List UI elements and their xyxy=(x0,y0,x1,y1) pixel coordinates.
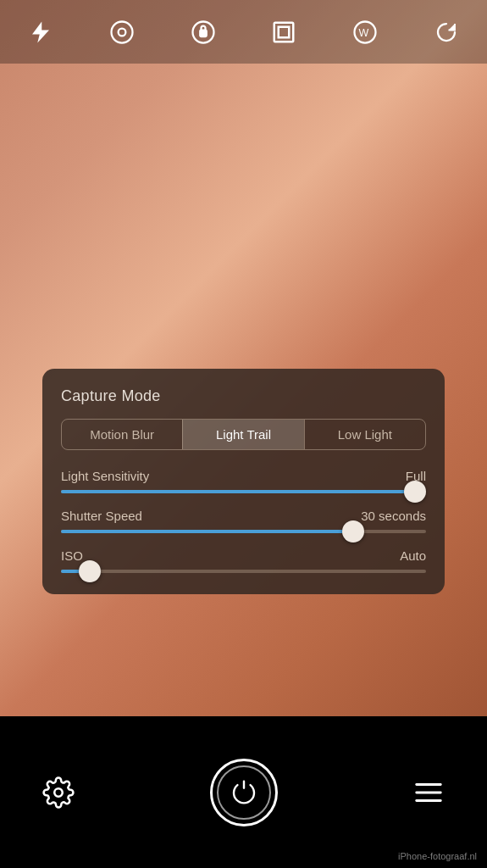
tab-low-light[interactable]: Low Light xyxy=(304,420,425,449)
menu-icon[interactable] xyxy=(412,776,445,809)
watermark: iPhone-fotograaf.nl xyxy=(398,851,477,861)
svg-rect-4 xyxy=(200,30,207,36)
svg-point-2 xyxy=(118,28,125,36)
camera-viewfinder xyxy=(0,0,487,716)
eye-icon[interactable] xyxy=(103,14,141,51)
iso-value: Auto xyxy=(400,548,426,563)
shutter-speed-label: Shutter Speed xyxy=(61,509,142,523)
settings-icon[interactable] xyxy=(42,776,75,809)
light-sensitivity-track[interactable] xyxy=(61,490,426,493)
shutter-speed-track[interactable] xyxy=(61,530,426,533)
tab-motion-blur[interactable]: Motion Blur xyxy=(62,420,182,449)
shutter-inner xyxy=(217,765,271,820)
shutter-speed-fill xyxy=(61,530,353,533)
svg-rect-6 xyxy=(279,26,290,37)
flash-icon[interactable] xyxy=(22,14,59,51)
iso-label: ISO xyxy=(61,548,83,563)
svg-text:W: W xyxy=(359,27,369,39)
iso-row: ISO Auto xyxy=(61,548,426,573)
light-sensitivity-thumb[interactable] xyxy=(404,481,426,503)
refresh-icon[interactable] xyxy=(428,14,465,51)
panel-title: Capture Mode xyxy=(61,387,426,405)
light-sensitivity-row: Light Sensitivity Full xyxy=(61,469,426,493)
shutter-speed-thumb[interactable] xyxy=(342,520,364,542)
svg-point-1 xyxy=(111,21,132,42)
w-icon[interactable]: W xyxy=(346,14,384,51)
crop-icon[interactable] xyxy=(265,14,302,51)
lock-icon[interactable] xyxy=(185,14,222,51)
tab-light-trail[interactable]: Light Trail xyxy=(182,420,303,449)
svg-rect-5 xyxy=(274,22,294,42)
light-sensitivity-fill xyxy=(61,490,415,493)
svg-marker-0 xyxy=(32,21,49,42)
shutter-speed-value: 30 seconds xyxy=(361,509,426,523)
mode-tabs: Motion Blur Light Trail Low Light xyxy=(61,419,426,450)
iso-track[interactable] xyxy=(61,570,426,573)
shutter-button[interactable] xyxy=(210,759,278,826)
top-toolbar: W xyxy=(0,0,487,64)
light-sensitivity-label: Light Sensitivity xyxy=(61,469,149,483)
shutter-speed-row: Shutter Speed 30 seconds xyxy=(61,509,426,533)
capture-panel: Capture Mode Motion Blur Light Trail Low… xyxy=(42,369,445,594)
svg-point-9 xyxy=(54,788,63,797)
bottom-bar xyxy=(0,716,487,868)
iso-thumb[interactable] xyxy=(79,560,101,582)
